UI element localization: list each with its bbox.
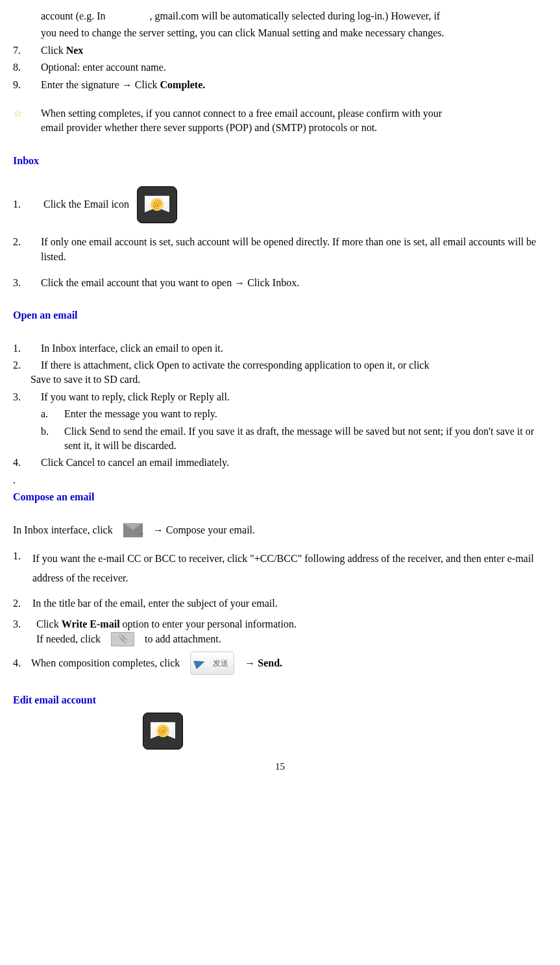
inbox-step-2: 2. If only one email account is set, suc… xyxy=(13,235,547,264)
compose-step-3: 3. Click Write E-mail option to enter yo… xyxy=(13,617,547,646)
text: Click the Email icon xyxy=(43,197,129,212)
step-8: 8. Optional: enter account name. xyxy=(13,60,547,75)
list-number: 3. xyxy=(13,617,36,631)
text: option to enter your personal informatio… xyxy=(120,618,297,629)
open-step-1: 1. In Inbox interface, click an email to… xyxy=(13,341,547,356)
open-step-3b: b. Click Send to send the email. If you … xyxy=(13,424,547,454)
email-app-icon xyxy=(143,713,183,750)
text: If you want to reply, click Reply or Rep… xyxy=(41,390,547,404)
list-number: 4. xyxy=(13,456,41,470)
text: In Inbox interface, click an email to op… xyxy=(41,341,547,356)
compose-intro: In Inbox interface, click → Compose your… xyxy=(13,523,547,537)
list-letter: b. xyxy=(41,424,64,439)
attachment-icon xyxy=(111,632,134,646)
text: Click Cancel to cancel an email immediat… xyxy=(41,456,547,470)
heading-compose-email: Compose an email xyxy=(13,490,547,504)
list-number: 2. xyxy=(13,235,41,249)
text: When composition completes, click xyxy=(31,656,180,670)
bold-text: Complete. xyxy=(160,79,206,90)
note-text-a: When setting completes, if you cannot co… xyxy=(41,108,442,119)
list-letter: a. xyxy=(41,407,64,421)
text: If needed, click xyxy=(36,632,101,646)
note-paragraph: ☆ When setting completes, if you cannot … xyxy=(13,106,547,136)
heading-edit-email-account: Edit email account xyxy=(13,693,547,707)
text: If there is attachment, click Open to ac… xyxy=(41,360,429,371)
text: → xyxy=(245,656,255,670)
open-step-3a: a. Enter the message you want to reply. xyxy=(13,407,547,421)
list-number: 7. xyxy=(13,43,41,58)
heading-inbox: Inbox xyxy=(13,154,547,168)
continued-paragraph-line2: you need to change the server setting, y… xyxy=(13,26,547,40)
text: Click the email account that you want to… xyxy=(41,276,547,290)
text: In the title bar of the email, enter the… xyxy=(32,596,547,611)
stray-dot: . xyxy=(13,473,547,487)
compose-step-4: 4. When composition completes, click →Se… xyxy=(13,652,547,675)
text: account (e.g. In xyxy=(41,10,106,21)
text: Save to save it to SD card. xyxy=(30,374,140,385)
list-number: 9. xyxy=(13,78,41,92)
send-button-icon xyxy=(190,652,234,675)
text: Click xyxy=(36,618,62,629)
inbox-step-1: 1. Click the Email icon xyxy=(13,186,547,223)
list-number: 3. xyxy=(13,276,41,290)
compose-mail-icon xyxy=(123,523,143,537)
open-step-4: 4. Click Cancel to cancel an email immed… xyxy=(13,456,547,470)
bold-text: Send. xyxy=(258,656,282,670)
open-step-2: 2. If there is attachment, click Open to… xyxy=(13,358,547,387)
list-number: 3. xyxy=(13,390,41,404)
text: to add attachment. xyxy=(145,632,221,646)
text: If only one email account is set, such a… xyxy=(41,235,547,264)
list-number: 4. xyxy=(13,656,29,670)
note-text-b: email provider whether there sever suppo… xyxy=(41,122,377,133)
list-number: 1. xyxy=(13,197,41,212)
heading-open-email: Open an email xyxy=(13,308,547,323)
step-7: 7. Click Nex xyxy=(13,43,547,58)
compose-step-1: 1. If you want the e-mail CC or BCC to r… xyxy=(13,549,547,589)
text: → Compose your email. xyxy=(153,523,255,537)
list-number: 2. xyxy=(13,358,41,373)
text: Optional: enter account name. xyxy=(41,60,547,75)
list-number: 2. xyxy=(13,596,32,611)
text: , gmail.com will be automatically select… xyxy=(150,10,441,21)
list-number: 1. xyxy=(13,549,32,563)
text: Enter the signature → Click xyxy=(41,79,160,90)
text: If you want the e-mail CC or BCC to rece… xyxy=(32,549,547,589)
list-number: 8. xyxy=(13,60,41,75)
step-9: 9. Enter the signature → Click Complete. xyxy=(13,78,547,92)
page-number: 15 xyxy=(13,760,547,774)
inbox-step-3: 3. Click the email account that you want… xyxy=(13,276,547,290)
text: Click Send to send the email. If you sav… xyxy=(64,424,547,454)
open-step-3: 3. If you want to reply, click Reply or … xyxy=(13,390,547,404)
text: In Inbox interface, click xyxy=(13,523,113,537)
compose-step-2: 2. In the title bar of the email, enter … xyxy=(13,596,547,611)
star-icon: ☆ xyxy=(13,108,22,119)
list-number: 1. xyxy=(13,341,41,356)
bold-text: Write E-mail xyxy=(62,618,120,629)
text: Enter the message you want to reply. xyxy=(64,407,217,421)
text: Click xyxy=(41,45,66,56)
continued-paragraph: account (e.g. In , gmail.com will be aut… xyxy=(13,9,547,23)
bold-text: Nex xyxy=(66,45,84,56)
email-app-icon xyxy=(137,186,177,223)
